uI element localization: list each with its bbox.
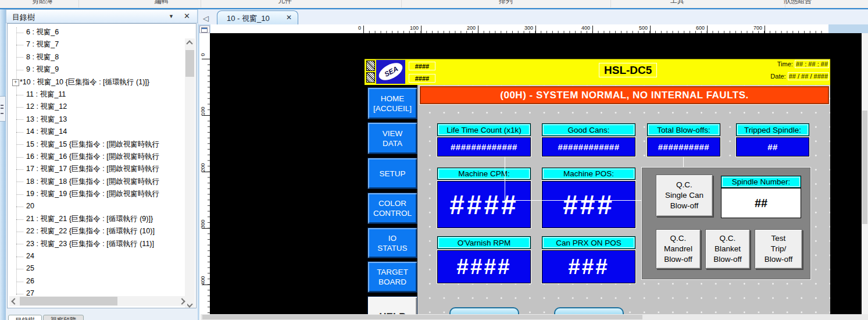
tab-label: 10 - 視窗_10 (227, 13, 270, 24)
menu-group-edit[interactable]: 編輯 (155, 0, 169, 6)
scrollbar-thumb[interactable] (20, 297, 117, 305)
ruler-number: 200 (458, 25, 476, 31)
tree-item[interactable]: 9 : 視窗_9 (9, 63, 181, 76)
field-value-ovarnish-rpm[interactable]: #### (437, 250, 531, 283)
color-control-button[interactable]: COLOR CONTROL (367, 193, 417, 224)
tree-item[interactable]: 15 : 視窗_15 {巨集指令 : [開啟視窗時執行 (9, 138, 181, 151)
tree-item[interactable]: 12 : 視窗_12 (9, 101, 181, 113)
pattern-square-object[interactable] (366, 72, 375, 83)
tree-item[interactable]: 21 : 視窗_21 {巨集指令 : [循環執行 (9)]} (9, 213, 181, 225)
menu-group-clipboard[interactable]: 剪貼簿 (32, 0, 53, 6)
wire-line[interactable] (683, 157, 684, 168)
scrollbar-thumb[interactable] (202, 315, 642, 319)
menu-group-states[interactable]: 狀態組合 (784, 0, 812, 6)
tab-scroll-left-icon[interactable]: ◁ (203, 14, 209, 23)
wire-line[interactable] (505, 200, 656, 201)
ruler-origin-icon[interactable] (199, 26, 210, 33)
field-label-life-time-count[interactable]: Life Time Count (x1k) (437, 123, 531, 136)
hmi-title[interactable]: HSL-DC5 (599, 64, 657, 77)
field-label-machine-cpm[interactable]: Machine CPM: (437, 168, 531, 180)
tab-window-10[interactable]: 10 - 視窗_10 ✕ (217, 10, 298, 24)
tree-horizontal-scrollbar[interactable] (9, 296, 187, 306)
canvas-horizontal-scrollbar[interactable] (201, 314, 868, 320)
test-trip-blow-off-button[interactable]: Test Trip/ Blow-off (755, 229, 802, 269)
target-board-button[interactable]: TARGET BOARD (367, 261, 417, 293)
tree-item-active-window[interactable]: +*10 : 視窗_10 {巨集指令 : [循環執行 (1)]} (9, 76, 181, 88)
field-value-spindle-number[interactable]: ## (721, 188, 801, 218)
home-button[interactable]: HOME [ACCUEIL] (367, 87, 417, 119)
menu-group-tools[interactable]: 工具 (670, 0, 684, 6)
ruler-number: 400 (200, 272, 206, 289)
field-value-life-time-count[interactable]: ############# (437, 137, 531, 157)
date-display[interactable]: Date: ## / ## / #### (756, 73, 829, 81)
menu-group-object[interactable]: 元件 (278, 0, 292, 6)
scroll-up-icon[interactable] (186, 40, 192, 47)
field-label-ovarnish-rpm[interactable]: O'Varnish RPM (437, 236, 531, 249)
tree-item[interactable]: 23 : 視窗_23 {巨集指令 : [循環執行 (11)] (9, 238, 181, 250)
tab-directory-tree[interactable]: 目錄樹 (8, 315, 42, 320)
tab-window-preview[interactable]: 視窗預覽 (43, 315, 84, 320)
tree-item[interactable]: 25 (9, 262, 181, 275)
view-data-button[interactable]: VIEW DATA (367, 122, 417, 154)
scrollbar-thumb[interactable] (185, 50, 194, 77)
alarm-status-bar[interactable]: (00H) - SYSTEM NORMAL, NO INTERNAL FAULT… (420, 86, 829, 104)
tree-item[interactable]: 7 : 視窗_7 (9, 38, 181, 51)
tree-vertical-scrollbar[interactable] (185, 38, 195, 308)
tree-item[interactable]: 14 : 視窗_14 (9, 126, 181, 138)
wire-line[interactable] (505, 157, 505, 201)
qc-mandrel-blow-off-button[interactable]: Q.C. Mandrel Blow-off (656, 229, 701, 269)
chevron-down-icon[interactable]: ▼ (169, 13, 174, 19)
tree-item[interactable]: 13 : 視窗_13 (9, 113, 181, 126)
ruler-number: 300 (516, 25, 533, 31)
tree-item[interactable]: 16 : 視窗_16 {巨集指令 : [開啟視窗時執行 (9, 151, 181, 163)
tree-item[interactable]: 20 (9, 200, 181, 212)
ruler-number: 400 (573, 25, 590, 31)
scroll-left-icon[interactable] (11, 298, 17, 304)
qc-blanket-blow-off-button[interactable]: Q.C. Blanket Blow-off (705, 229, 750, 269)
field-value-machine-cpm[interactable]: #### (437, 181, 531, 228)
field-label-machine-pos[interactable]: Machine POS: (542, 168, 635, 180)
qc-single-can-blow-off-button[interactable]: Q.C. Single Can Blow-off (656, 175, 713, 216)
numeric-display[interactable]: #### (409, 74, 435, 83)
field-value-good-cans[interactable]: ############ (542, 137, 635, 157)
field-value-total-blow-offs[interactable]: ########## (647, 137, 720, 157)
scroll-right-icon[interactable] (178, 298, 185, 304)
close-icon[interactable]: ✕ (184, 12, 190, 20)
numeric-display[interactable]: #### (409, 62, 435, 70)
field-label-can-prx-on-pos[interactable]: Can PRX ON POS (542, 236, 635, 249)
field-value-can-prx-on-pos[interactable]: ### (542, 250, 635, 283)
menu-group-arrange[interactable]: 排列 (499, 0, 513, 6)
menu-separator (401, 0, 402, 8)
menu-separator (785, 0, 785, 8)
scroll-down-icon[interactable] (186, 301, 192, 307)
tree-item[interactable]: 26 (9, 275, 181, 287)
time-label: Time: (777, 61, 793, 67)
ruler-number: 500 (630, 25, 648, 31)
tree-item[interactable]: 17 : 視窗_17 {巨集指令 : [開啟視窗時執行 (9, 163, 181, 175)
tree-item[interactable]: 24 (9, 250, 181, 262)
scrollbar-thumb[interactable] (862, 111, 867, 224)
tree-item[interactable]: 19 : 視窗_19 {巨集指令 : [開啟視窗時執行 (9, 188, 181, 200)
expand-icon[interactable]: + (12, 79, 19, 86)
date-value: ## / ## / #### (788, 72, 829, 80)
canvas-vertical-scrollbar[interactable] (862, 33, 868, 314)
pattern-square-object[interactable] (366, 61, 375, 71)
field-value-tripped-spindle[interactable]: ## (736, 137, 809, 157)
tree-item[interactable]: 11 : 視窗_11 (9, 88, 181, 101)
docked-panel-tab[interactable] (0, 96, 6, 122)
tab-close-icon[interactable]: ✕ (286, 13, 292, 22)
tree-item[interactable]: 22 : 視窗_22 {巨集指令 : [循環執行 (10)] (9, 225, 181, 237)
ruler-number: 100 (200, 103, 206, 119)
field-value-machine-pos[interactable]: ### (542, 181, 635, 228)
tree-item[interactable]: 8 : 視窗_8 (9, 51, 181, 63)
company-logo[interactable]: SEA (376, 60, 405, 84)
tree-item[interactable]: 6 : 視窗_6 (9, 26, 181, 38)
io-status-button[interactable]: IO STATUS (367, 227, 417, 258)
field-label-spindle-number[interactable]: Spindle Number: (721, 176, 801, 188)
tree-item[interactable]: 18 : 視窗_18 {巨集指令 : [開啟視窗時執行 (9, 176, 181, 188)
time-display[interactable]: Time: ## : ## : ## (756, 61, 829, 69)
field-label-good-cans[interactable]: Good Cans: (542, 123, 635, 136)
field-label-total-blow-offs[interactable]: Total Blow-offs: (647, 123, 720, 136)
setup-button[interactable]: SETUP (367, 158, 417, 189)
field-label-tripped-spindle[interactable]: Tripped Spindle: (736, 123, 809, 136)
